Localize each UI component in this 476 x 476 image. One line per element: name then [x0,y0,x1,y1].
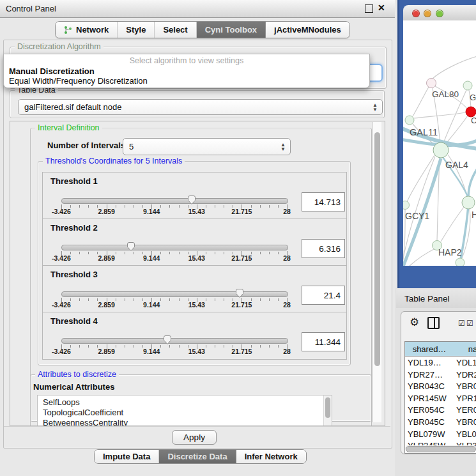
network-node[interactable] [405,116,414,125]
settings-scrollbar[interactable] [372,122,381,422]
table-cell[interactable]: YBR0 [456,417,476,427]
tab-cyni-toolbox[interactable]: Cyni Toolbox [196,22,265,38]
slider-tick [251,298,252,301]
network-canvas[interactable]: GAL80GACGAL11GAL4GCY1HHAP2 [403,20,476,266]
table-cell[interactable]: YDL1 [456,358,476,367]
table-cell[interactable]: YBL0 [456,429,476,439]
slider-tick-label: 15.43 [188,254,205,262]
close-icon[interactable]: ✕ [378,3,385,13]
algorithm-option-2[interactable]: Equal Width/Frequency Discretization [9,76,148,86]
slider-tick-label: 9.144 [143,348,160,355]
table-cell[interactable]: YBR0 [456,381,476,391]
interval-definition-group-title: Interval Definition [35,123,102,132]
threshold-slider-track[interactable] [61,245,288,250]
table-cell[interactable]: YDR27… [408,370,443,380]
threshold-value-field[interactable]: 11.344 [302,332,345,351]
table-cell[interactable]: YER0 [456,405,476,415]
slider-tick [260,345,261,348]
columns-icon[interactable] [427,317,440,329]
attribute-list-item[interactable]: BetweennessCentrality [43,418,128,426]
number-of-intervals-combobox[interactable]: 5 ▲▼ [123,138,291,155]
tab-infer-network[interactable]: Infer Network [236,450,306,463]
float-window-icon[interactable] [365,4,373,13]
threshold-slider-track[interactable] [61,338,288,344]
attribute-list-item[interactable]: SelfLoops [43,397,80,407]
table-cell[interactable]: YIL0 [456,453,473,454]
tab-style[interactable]: Style [117,22,154,38]
node-table[interactable]: shared…naYDL19…YDL1YDR27…YDR2YBR043CYBR0… [404,341,476,454]
slider-tick [88,205,89,208]
network-node[interactable] [433,142,449,158]
network-node[interactable] [427,79,436,88]
apply-strip: Apply [4,426,390,447]
minimize-light[interactable] [424,10,431,17]
table-cell[interactable]: YPR1 [456,394,476,403]
table-cell[interactable]: YER054C [408,405,445,415]
network-node[interactable] [463,81,472,90]
network-node[interactable] [462,196,475,209]
tab-discretize-data[interactable]: Discretize Data [158,450,235,463]
network-node[interactable] [456,258,464,266]
numerical-attributes-list[interactable]: SelfLoopsTopologicalCoefficientBetweenne… [37,395,332,426]
cyni-mode-tab-bar: Impute DataDiscretize DataInfer Network [94,449,307,464]
network-node-label: GA [470,93,476,102]
threshold-value-field[interactable]: 14.713 [302,192,345,211]
network-window-titlebar[interactable] [403,5,476,21]
number-of-intervals-value: 5 [129,142,134,151]
threshold-slider-thumb[interactable] [234,288,245,298]
slider-tick-label: 21.715 [231,208,252,215]
checkbox-icon[interactable]: ☑ [458,319,465,328]
network-edge[interactable] [433,56,476,79]
apply-button[interactable]: Apply [172,430,217,445]
threshold-slider-track[interactable] [61,198,288,204]
slider-tick [125,205,125,208]
table-cell[interactable]: YBR045C [408,417,445,427]
checkbox-icon[interactable]: ☑ [466,319,473,328]
threshold-value-field[interactable]: 21.4 [302,286,345,305]
network-edge[interactable] [413,87,429,116]
zoom-light[interactable] [436,10,443,17]
tab-network[interactable]: Network [56,22,117,38]
slider-tick [215,205,215,208]
network-edge[interactable] [441,207,464,242]
threshold-label: Threshold 2 [50,223,98,233]
attributes-list-scrollbar[interactable] [323,395,332,426]
scrollbar-thumb[interactable] [406,446,476,452]
slider-tick [215,345,215,348]
slider-tick-label: 2.859 [98,348,114,355]
attribute-list-item[interactable]: TopologicalCoefficient [43,408,123,417]
tab-impute-data[interactable]: Impute Data [95,450,158,463]
algorithm-option-1[interactable]: Manual Discretization [9,66,95,76]
slider-tick [116,205,116,208]
table-cell[interactable]: YDL19… [408,358,441,367]
table-column-header[interactable]: shared… [405,342,454,357]
scrollbar-thumb[interactable] [374,132,380,366]
settings-scrollpane: Interval Definition Number of Intervals … [10,121,385,426]
gear-icon[interactable]: ⚙ [410,316,419,329]
table-cell[interactable]: YPR145W [408,394,447,403]
threshold-slider-track[interactable] [61,291,288,297]
table-cell[interactable]: YDR2 [456,370,476,380]
threshold-value-field[interactable]: 6.316 [302,239,345,258]
network-node[interactable] [403,201,410,210]
threshold-slider-thumb[interactable] [162,335,173,345]
table-cell[interactable]: YBL079W [408,429,445,439]
scrollbar-thumb[interactable] [325,397,330,418]
threshold-slider-thumb[interactable] [126,242,136,252]
table-cell[interactable]: YBR043C [408,381,445,391]
slider-tick [251,345,252,348]
network-edge[interactable] [414,112,466,118]
tab-jactivemnodules[interactable]: jActiveMNodules [265,22,349,38]
tab-select[interactable]: Select [154,22,196,38]
control-panel-title: Control Panel [6,4,56,13]
threshold-slider-thumb[interactable] [187,195,197,205]
threshold-row: Threshold 3-3.4262.8599.14415.4321.71528… [42,265,347,313]
close-light[interactable] [412,10,420,17]
table-column-header[interactable]: na [454,342,476,357]
table-data-combobox[interactable]: galFiltered.sif default node ▲▼ [18,99,383,115]
table-hscrollbar[interactable] [405,445,476,451]
slider-tick [224,252,224,254]
slider-tick-label: 21.715 [231,348,252,355]
table-cell[interactable]: YIL052C [408,453,440,454]
table-panel-title: Table Panel [404,294,450,303]
